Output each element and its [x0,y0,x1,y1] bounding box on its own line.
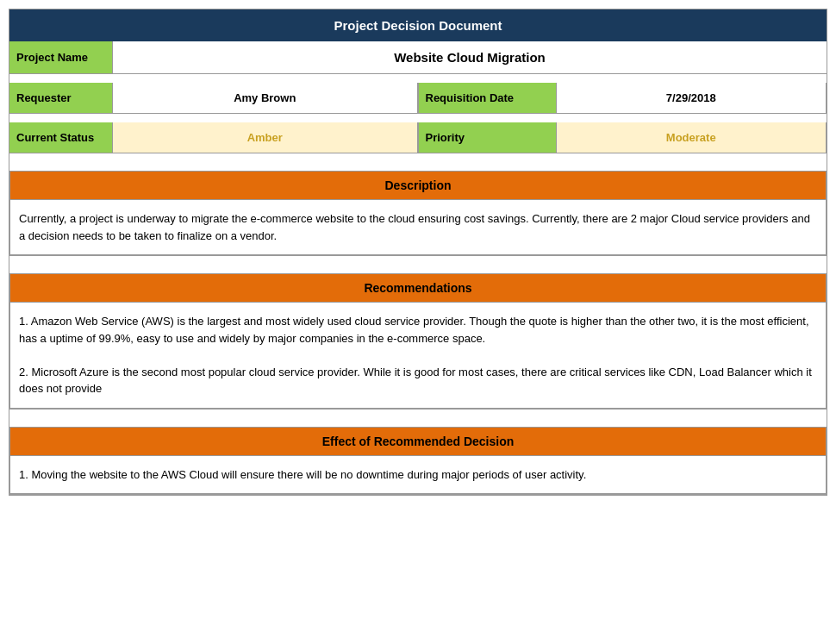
requisition-date-value: 7/29/2018 [557,83,827,113]
current-status-value: Amber [113,122,418,153]
project-name-row: Project Name Website Cloud Migration [9,41,827,74]
recommendations-header: Recommendations [10,274,826,303]
project-name-label: Project Name [9,41,113,73]
effect-content: 1. Moving the website to the AWS Cloud w… [10,456,826,495]
document-header: Project Decision Document [9,9,827,41]
spacer-2 [9,114,827,122]
recommendations-content: 1. Amazon Web Service (AWS) is the large… [10,303,826,409]
effect-header: Effect of Recommended Decision [10,428,826,456]
requester-value: Amy Brown [113,83,418,113]
requester-col: Requester Amy Brown [9,83,419,113]
effect-section: Effect of Recommended Decision 1. Moving… [9,427,827,496]
spacer-1 [9,74,827,83]
status-priority-row: Current Status Amber Priority Moderate [9,122,827,153]
priority-label: Priority [419,122,557,153]
spacer-3 [9,153,827,162]
requester-row: Requester Amy Brown Requisition Date 7/2… [9,83,827,114]
document-container: Project Decision Document Project Name W… [9,9,827,496]
requester-label: Requester [9,83,113,113]
spacer-5 [9,410,827,418]
current-status-col: Current Status Amber [9,122,419,153]
requisition-date-col: Requisition Date 7/29/2018 [419,83,827,113]
current-status-label: Current Status [9,122,113,153]
recommendations-text-2: 2. Microsoft Azure is the second most po… [19,366,812,396]
description-content: Currently, a project is underway to migr… [10,200,826,255]
project-name-value: Website Cloud Migration [113,41,827,73]
description-header: Description [10,172,826,200]
priority-value: Moderate [557,122,827,153]
recommendations-section: Recommendations 1. Amazon Web Service (A… [9,273,827,410]
recommendations-text-1: 1. Amazon Web Service (AWS) is the large… [19,315,809,345]
spacer-4 [9,256,827,265]
document-title: Project Decision Document [334,18,502,33]
description-section: Description Currently, a project is unde… [9,171,827,256]
requisition-date-label: Requisition Date [419,83,557,113]
priority-col: Priority Moderate [419,122,827,153]
